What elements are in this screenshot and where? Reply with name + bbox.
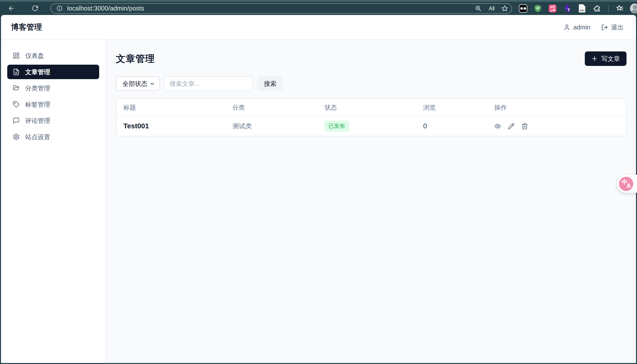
user-icon — [563, 24, 570, 31]
translate-widget[interactable]: 中 A — [617, 175, 637, 193]
profile-avatar[interactable] — [630, 4, 637, 13]
current-user: admin — [563, 24, 590, 31]
page-title: 文章管理 — [116, 52, 155, 65]
column-header-status: 状态 — [324, 103, 423, 112]
logout-icon — [601, 24, 608, 31]
url-text[interactable]: localhost:3000/admin/posts — [67, 5, 475, 12]
sidebar: 仪表盘 文章管理 分类管理 标签管理 评论管理 — [1, 40, 106, 363]
view-icon[interactable] — [494, 123, 501, 130]
window-titlebar-strip — [0, 0, 637, 2]
status-filter-select[interactable]: 全部状态 — [116, 76, 160, 91]
sidebar-item-comments[interactable]: 评论管理 — [7, 113, 99, 128]
sidebar-item-label: 站点设置 — [25, 133, 50, 141]
sidebar-item-posts[interactable]: 文章管理 — [7, 65, 99, 79]
table-row: Test001 测试类 已发布 0 — [116, 116, 626, 136]
current-user-name: admin — [573, 24, 590, 31]
toolbar-divider — [608, 5, 608, 12]
row-actions — [494, 123, 626, 130]
search-button[interactable]: 搜索 — [258, 76, 283, 91]
app-header: 博客管理 admin 退出 — [1, 15, 636, 40]
tag-icon — [13, 101, 20, 108]
address-bar[interactable]: localhost:3000/admin/posts — [51, 3, 512, 14]
post-title: Test001 — [116, 122, 232, 130]
post-category: 测试类 — [232, 122, 324, 130]
reload-icon[interactable] — [30, 3, 41, 14]
table-header-row: 标题 分类 状态 浏览 操作 — [116, 99, 626, 116]
svg-text:A: A — [552, 8, 555, 12]
column-header-actions: 操作 — [494, 103, 626, 112]
column-header-views: 浏览 — [423, 103, 494, 112]
column-header-title: 标题 — [116, 103, 232, 112]
extensions-puzzle-icon[interactable] — [592, 4, 601, 13]
app-brand: 博客管理 — [1, 22, 106, 32]
translate-extension-icon[interactable]: 中A — [548, 4, 557, 13]
dashboard-icon — [13, 52, 20, 59]
notes-extension-icon[interactable] — [577, 4, 586, 13]
delete-icon[interactable] — [521, 123, 528, 130]
translate-glyph-en: A — [626, 182, 631, 190]
sidebar-item-label: 仪表盘 — [25, 52, 44, 60]
back-icon[interactable] — [6, 3, 17, 14]
browser-toolbar: localhost:3000/admin/posts 中A 7 — [0, 2, 637, 15]
sidebar-item-tags[interactable]: 标签管理 — [7, 97, 99, 112]
posts-table: 标题 分类 状态 浏览 操作 Test001 测试类 已发布 0 — [116, 98, 626, 136]
logout-label: 退出 — [611, 23, 623, 32]
settings-icon — [13, 133, 20, 140]
new-post-button[interactable]: 写文章 — [585, 52, 626, 66]
sidebar-item-label: 评论管理 — [25, 116, 50, 125]
sidebar-item-label: 分类管理 — [25, 84, 50, 92]
status-badge: 已发布 — [324, 120, 349, 132]
shield-extension-icon[interactable] — [533, 4, 542, 13]
logout-button[interactable]: 退出 — [601, 23, 623, 32]
column-header-category: 分类 — [232, 103, 324, 112]
chevron-down-icon — [150, 81, 155, 86]
file-text-icon — [13, 68, 20, 76]
site-info-icon[interactable] — [57, 5, 63, 12]
status-filter-value: 全部状态 — [122, 80, 147, 88]
sidebar-item-label: 标签管理 — [25, 100, 50, 108]
translate-widget-icon: 中 A — [619, 177, 633, 191]
sidebar-item-settings[interactable]: 站点设置 — [7, 130, 99, 144]
search-input[interactable] — [164, 76, 253, 91]
post-views: 0 — [423, 122, 494, 130]
message-icon — [13, 117, 20, 124]
plus-icon — [591, 56, 598, 62]
main-area: 文章管理 写文章 全部状态 搜索 标题 — [106, 40, 636, 363]
page-content: 博客管理 admin 退出 仪表盘 — [1, 15, 636, 363]
collections-icon[interactable] — [615, 4, 624, 13]
extensions-area: 中A 7 ••• — [519, 2, 637, 14]
sidebar-item-dashboard[interactable]: 仪表盘 — [7, 48, 99, 63]
privacy-extension-icon[interactable] — [519, 4, 528, 13]
sidebar-item-label: 文章管理 — [25, 68, 50, 76]
sidebar-item-categories[interactable]: 分类管理 — [7, 81, 99, 95]
new-post-label: 写文章 — [601, 55, 620, 63]
zoom-in-icon[interactable] — [475, 5, 482, 12]
read-aloud-icon[interactable] — [488, 5, 495, 12]
bookmark-star-icon[interactable] — [501, 5, 508, 12]
folder-open-icon — [13, 85, 20, 92]
extension-badge-count: 7 — [567, 8, 570, 12]
edit-icon[interactable] — [508, 123, 515, 130]
browser-window: localhost:3000/admin/posts 中A 7 — [0, 0, 637, 364]
purple-extension-icon[interactable]: 7 — [563, 4, 572, 13]
